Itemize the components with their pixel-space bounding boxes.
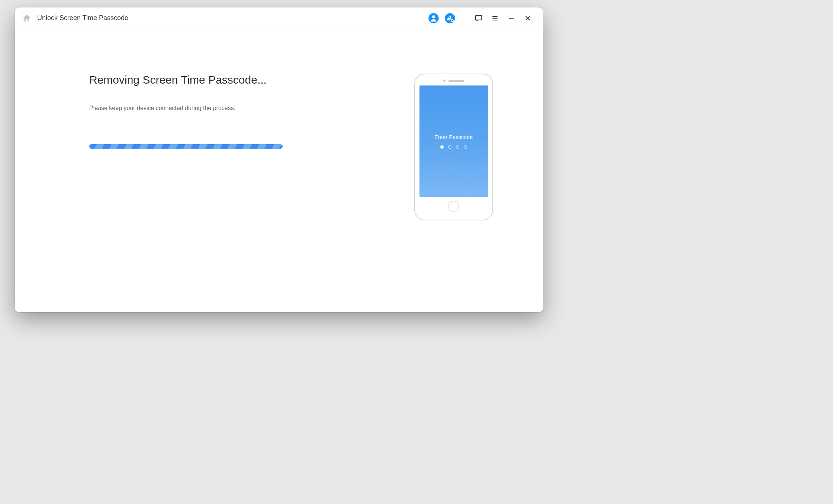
account-icon[interactable] <box>427 12 440 25</box>
music-search-icon[interactable] <box>444 12 456 25</box>
phone-sensors <box>443 80 464 82</box>
camera-dot-icon <box>443 80 446 82</box>
progress-bar-container <box>89 144 283 149</box>
toolbar-divider <box>463 13 463 23</box>
passcode-dot-icon <box>448 145 451 149</box>
svg-point-1 <box>432 15 435 18</box>
progress-bar <box>89 144 283 149</box>
passcode-dot-icon <box>456 145 459 149</box>
app-window: Unlock Screen Time Passcode Removing Scr… <box>15 7 543 312</box>
menu-icon[interactable] <box>489 12 501 25</box>
content-area: Removing Screen Time Passcode... Please … <box>15 29 543 312</box>
page-title: Unlock Screen Time Passcode <box>37 14 128 22</box>
status-heading: Removing Screen Time Passcode... <box>89 74 364 86</box>
svg-rect-5 <box>476 15 482 20</box>
passcode-dot-icon <box>464 145 467 149</box>
status-pane: Removing Screen Time Passcode... Please … <box>37 74 387 290</box>
phone-home-button-icon <box>448 201 459 212</box>
device-illustration-pane: Enter Passcode <box>387 74 521 290</box>
phone-illustration: Enter Passcode <box>414 74 493 220</box>
minimize-button[interactable] <box>505 12 518 25</box>
home-icon[interactable] <box>22 13 32 23</box>
status-subtext: Please keep your device connected during… <box>89 105 364 112</box>
feedback-icon[interactable] <box>472 12 485 25</box>
phone-screen: Enter Passcode <box>419 85 488 197</box>
passcode-dots <box>440 145 467 149</box>
speaker-icon <box>448 80 464 82</box>
close-button[interactable] <box>521 12 534 25</box>
phone-screen-label: Enter Passcode <box>434 134 473 140</box>
passcode-dot-icon <box>440 145 444 149</box>
titlebar: Unlock Screen Time Passcode <box>15 7 543 29</box>
